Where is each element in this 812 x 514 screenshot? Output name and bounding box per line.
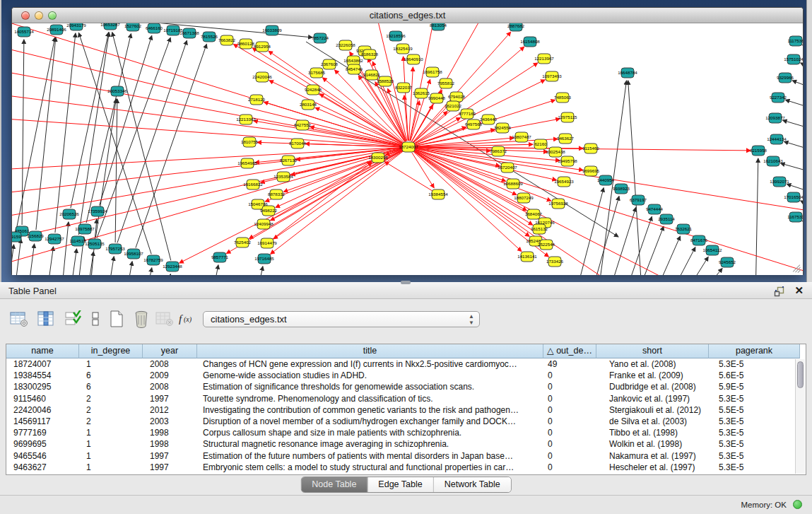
graph-node[interactable]: 2935114 [658,214,675,224]
graph-node[interactable]: 9227342 [770,93,787,103]
graph-node[interactable]: 1588520 [377,76,394,86]
tab-network-table[interactable]: Network Table [433,477,511,492]
graph-node[interactable]: 9329966 [777,73,794,83]
graph-node[interactable]: 2803144 [300,100,317,110]
graph-node[interactable]: 16648784 [618,68,637,78]
graph-node[interactable]: 9115460 [582,144,599,153]
close-panel-icon[interactable]: ✕ [794,284,804,297]
graph-node[interactable]: 12444134 [767,134,787,144]
graph-node[interactable]: 1167533 [787,212,803,222]
graph-node[interactable]: 16033809 [262,25,282,35]
graph-node[interactable]: 16671388 [180,28,199,38]
graph-node[interactable]: 12353584 [273,172,293,182]
graph-node[interactable]: 16914479 [257,238,277,248]
table-settings-icon[interactable] [8,308,30,329]
graph-node[interactable]: 1527602 [124,23,142,31]
graph-node[interactable]: 9242848 [305,85,322,95]
graph-node[interactable]: 1733426 [546,257,564,267]
graph-node[interactable]: 19166822 [243,180,263,189]
graph-node[interactable]: 7625402 [234,238,252,247]
graph-node[interactable]: 12942757 [45,234,64,244]
graph-node[interactable]: 10025438 [546,147,565,157]
graph-node[interactable]: 9990448 [428,93,446,103]
graph-node[interactable]: 12923448 [163,262,182,271]
graph-node[interactable]: 8813054 [430,23,447,30]
graph-node[interactable]: 8267130 [280,156,298,165]
graph-node[interactable]: 17016504 [784,192,803,202]
graph-node[interactable]: 7663822 [218,35,236,45]
graph-node[interactable]: 12975115 [558,112,577,122]
graph-node[interactable]: 20891406 [47,25,66,35]
graph-node[interactable]: 1440954 [597,175,615,185]
graph-node[interactable]: 8322037 [395,83,413,93]
graph-node[interactable]: 1114519 [69,236,86,246]
graph-node[interactable]: 10653287 [100,23,120,30]
graph-node[interactable]: 19654923 [554,177,574,187]
graph-node[interactable]: 17957253 [105,244,125,254]
table-row[interactable]: 969969511998Structural magnetic resonanc… [6,438,800,450]
graph-node[interactable]: 9938923 [613,184,630,194]
graph-node[interactable]: 8912954 [254,42,271,52]
graph-node[interactable]: 7815526 [201,32,218,42]
delete-table-icon[interactable] [131,308,152,329]
graph-node[interactable]: 13992071 [770,177,789,187]
graph-node[interactable]: 62160 [534,139,547,149]
graph-node[interactable]: 2367608 [321,59,339,69]
graph-node[interactable]: 6466160 [146,23,163,33]
graph-node[interactable]: 12213967 [534,54,554,64]
table-row[interactable]: 911546021997Tourette syndrome. Phenomeno… [6,393,800,404]
tab-node-table[interactable]: Node Table [301,477,367,492]
graph-node[interactable]: 19218596 [386,31,406,41]
graph-node[interactable]: 2718120 [248,95,266,105]
table-row[interactable]: 1456911722003Disruption of a novel membe… [6,416,800,427]
column-chooser-icon[interactable] [35,308,57,329]
graph-node[interactable]: 9245652 [719,257,736,267]
column-header-name[interactable]: name [6,344,79,358]
graph-node[interactable]: 7857224 [312,33,329,43]
network-window-titlebar[interactable]: citations_edges.txt [12,8,803,23]
graph-node[interactable]: 1621022 [445,101,462,111]
column-header-short[interactable]: short [596,344,709,358]
graph-node[interactable]: 23226058 [336,40,355,50]
graph-node[interactable]: 16961758 [423,67,442,77]
graph-node[interactable]: 12213363 [236,115,256,124]
graph-node[interactable]: 8170044 [289,139,307,148]
graph-node[interactable]: 19495798 [558,156,577,166]
graph-node[interactable]: 16154808 [520,37,540,47]
graph-node[interactable]: 1810755 [241,137,259,147]
graph-node[interactable]: 14055714 [14,27,34,37]
vertical-scrollbar[interactable] [795,359,805,474]
table-row[interactable]: 946362711997Embryonic stem cells: a mode… [6,462,800,473]
graph-node[interactable]: 8878332 [268,189,286,199]
graph-node[interactable]: 3175685 [308,68,326,78]
graph-node[interactable]: 9474444 [646,204,664,214]
graph-node[interactable]: 10688609 [503,179,523,189]
graph-node[interactable]: 1615132 [531,224,548,234]
graph-node[interactable]: 10973493 [542,71,562,81]
column-header-in-degree[interactable]: in_degree [79,344,143,358]
tab-edge-table[interactable]: Edge Table [367,477,433,492]
delete-column-icon[interactable] [154,308,175,329]
table-row[interactable]: 1830029562008Estimation of significance … [6,381,800,392]
graph-node[interactable]: 8215958 [750,146,767,156]
network-canvas[interactable]: 1405571420891406209431791065328715276026… [12,23,803,275]
graph-node[interactable]: 3684067 [525,209,543,219]
graph-node[interactable]: 12505135 [85,239,105,249]
graph-node[interactable]: 9860128 [237,39,255,49]
graph-node[interactable]: 20053346 [107,86,127,96]
graph-node[interactable]: 18640910 [404,54,423,64]
graph-node[interactable]: 7986372 [490,146,507,156]
graph-node[interactable]: 16782759 [143,255,163,265]
panel-divider-grip[interactable] [401,281,411,284]
graph-node[interactable]: 10654112 [702,245,722,255]
graph-node[interactable]: 18807249 [514,193,534,203]
graph-node[interactable]: 8454749 [346,64,363,74]
scrollbar-thumb[interactable] [797,361,804,388]
graph-node[interactable]: 15751024 [784,54,803,64]
graph-node[interactable]: 10975887 [75,224,95,234]
graph-node[interactable]: 7632621 [675,224,693,234]
graph-node[interactable]: 14136141 [517,252,537,262]
graph-node[interactable]: 1362615 [413,88,430,98]
graph-node[interactable]: 20206526 [59,209,79,219]
graph-node[interactable]: 2887682 [507,23,525,31]
